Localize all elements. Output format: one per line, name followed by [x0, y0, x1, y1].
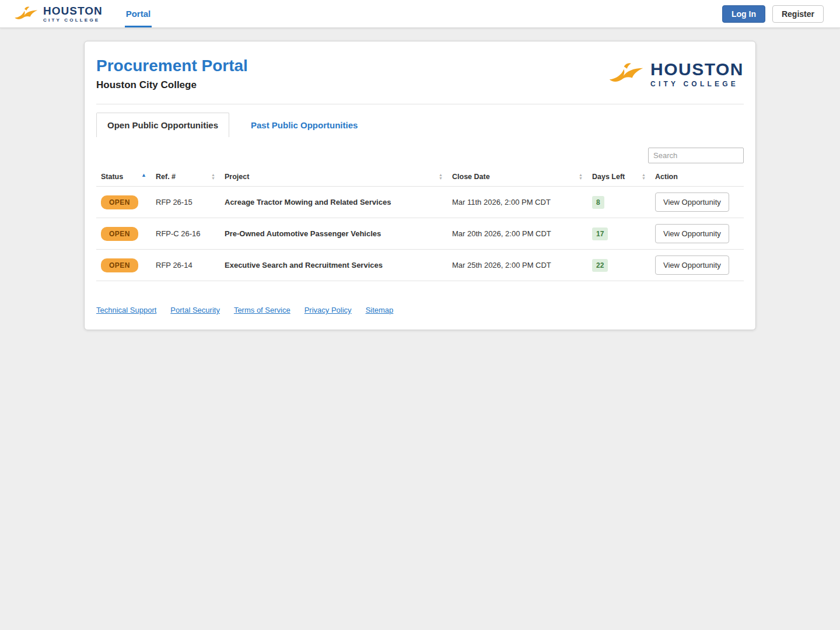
eagle-logo-icon — [608, 62, 645, 86]
project-name: Executive Search and Recruitment Service… — [220, 250, 447, 281]
column-label: Action — [655, 173, 678, 181]
ref-number: RFP 26-14 — [151, 250, 220, 281]
brand-tagline: CITY COLLEGE — [43, 18, 103, 23]
technical-support-link[interactable]: Technical Support — [96, 306, 156, 314]
card-logo: HOUSTON CITY COLLEGE — [608, 61, 744, 88]
page-subtitle: Houston City College — [96, 79, 248, 91]
opportunity-tabs: Open Public Opportunities Past Public Op… — [96, 113, 744, 137]
status-badge: OPEN — [101, 258, 138, 272]
topbar: HOUSTON CITY COLLEGE Portal Log In Regis… — [0, 0, 840, 28]
close-date: Mar 11th 2026, 2:00 PM CDT — [447, 187, 587, 218]
sort-icon[interactable]: ▲▼ — [579, 173, 583, 180]
column-header-status[interactable]: Status ▲ — [96, 168, 151, 187]
sort-icon[interactable]: ▲▼ — [211, 173, 215, 180]
sitemap-link[interactable]: Sitemap — [366, 306, 394, 314]
column-header-close-date[interactable]: Close Date ▲▼ — [447, 168, 587, 187]
column-header-action: Action — [650, 168, 744, 187]
brand-name: HOUSTON — [650, 61, 744, 78]
portal-security-link[interactable]: Portal Security — [170, 306, 220, 314]
column-label: Project — [225, 173, 249, 181]
sort-icon[interactable]: ▲▼ — [439, 173, 443, 180]
column-header-days-left[interactable]: Days Left ▲▼ — [587, 168, 650, 187]
status-badge: OPEN — [101, 227, 138, 241]
column-label: Close Date — [452, 173, 490, 181]
terms-of-service-link[interactable]: Terms of Service — [234, 306, 290, 314]
card-brand-text: HOUSTON CITY COLLEGE — [650, 61, 744, 88]
view-opportunity-button[interactable]: View Opportunity — [655, 256, 729, 275]
column-label: Days Left — [592, 173, 625, 181]
column-label: Ref. # — [156, 173, 176, 181]
ref-number: RFP 26-15 — [151, 187, 220, 218]
procurement-portal-card: Procurement Portal Houston City College … — [84, 41, 756, 330]
close-date: Mar 20th 2026, 2:00 PM CDT — [447, 218, 587, 250]
tab-open-public-opportunities[interactable]: Open Public Opportunities — [96, 113, 229, 137]
topbar-brand-text: HOUSTON CITY COLLEGE — [43, 5, 103, 23]
tab-past-public-opportunities[interactable]: Past Public Opportunities — [240, 113, 369, 137]
sort-icon[interactable]: ▲▼ — [642, 173, 646, 180]
nav-portal-link[interactable]: Portal — [125, 2, 152, 27]
search-row — [96, 148, 744, 163]
footer-links: Technical Support Portal Security Terms … — [96, 306, 744, 314]
days-left-badge: 17 — [592, 228, 608, 240]
topbar-logo[interactable]: HOUSTON CITY COLLEGE — [14, 0, 103, 27]
brand-name: HOUSTON — [43, 5, 103, 16]
card-header: Procurement Portal Houston City College … — [96, 55, 744, 104]
project-name: Acreage Tractor Mowing and Related Servi… — [220, 187, 447, 218]
table-row: OPEN RFP-C 26-16 Pre-Owned Automotive Pa… — [96, 218, 744, 250]
ref-number: RFP-C 26-16 — [151, 218, 220, 250]
status-badge: OPEN — [101, 195, 138, 209]
days-left-badge: 8 — [592, 196, 604, 209]
brand-tagline: CITY COLLEGE — [650, 80, 744, 88]
page-title: Procurement Portal — [96, 57, 248, 75]
column-label: Status — [101, 173, 123, 181]
register-button[interactable]: Register — [772, 5, 824, 23]
table-row: OPEN RFP 26-14 Executive Search and Recr… — [96, 250, 744, 281]
view-opportunity-button[interactable]: View Opportunity — [655, 224, 729, 243]
close-date: Mar 25th 2026, 2:00 PM CDT — [447, 250, 587, 281]
sort-ascending-icon[interactable]: ▲ — [141, 173, 146, 178]
days-left-badge: 22 — [592, 259, 608, 272]
view-opportunity-button[interactable]: View Opportunity — [655, 192, 729, 212]
opportunities-table: Status ▲ Ref. # ▲▼ Project ▲▼ — [96, 168, 744, 281]
login-button[interactable]: Log In — [722, 5, 765, 23]
search-input[interactable] — [648, 148, 744, 163]
auth-buttons: Log In Register — [722, 0, 824, 27]
eagle-logo-icon — [14, 6, 38, 22]
column-header-project[interactable]: Project ▲▼ — [220, 168, 447, 187]
table-header-row: Status ▲ Ref. # ▲▼ Project ▲▼ — [96, 168, 744, 187]
privacy-policy-link[interactable]: Privacy Policy — [304, 306, 352, 314]
column-header-ref[interactable]: Ref. # ▲▼ — [151, 168, 220, 187]
table-row: OPEN RFP 26-15 Acreage Tractor Mowing an… — [96, 187, 744, 218]
top-navigation: Portal — [125, 0, 152, 27]
project-name: Pre-Owned Automotive Passenger Vehicles — [220, 218, 447, 250]
title-block: Procurement Portal Houston City College — [96, 57, 248, 91]
